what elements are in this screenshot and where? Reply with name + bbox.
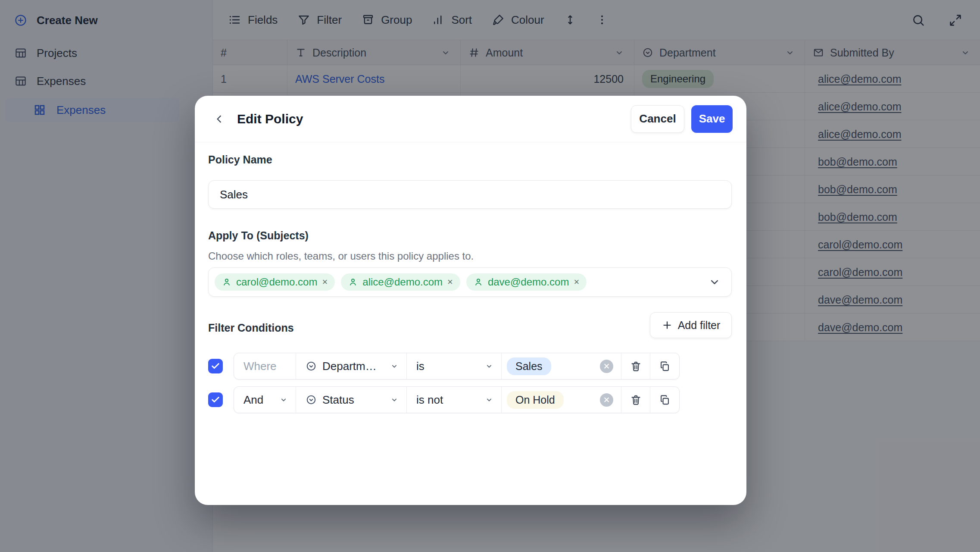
filter-row: Where Departm… is Sales ✕ xyxy=(208,353,708,380)
apply-to-hint: Choose which roles, teams, or users this… xyxy=(208,250,474,262)
policy-name-label: Policy Name xyxy=(208,154,272,166)
copy-icon xyxy=(659,361,671,372)
back-icon[interactable] xyxy=(214,113,225,125)
person-icon xyxy=(348,277,358,287)
delete-filter-button[interactable] xyxy=(621,387,650,413)
conjunction-text: And xyxy=(243,393,263,407)
circle-chevron-icon xyxy=(306,394,317,405)
subject-chip: alice@demo.com × xyxy=(341,273,460,291)
add-filter-button[interactable]: Add filter xyxy=(650,312,732,338)
filter-condition-group: And Status is not On Hold ✕ xyxy=(234,386,680,413)
filter-row: And Status is not On Hold ✕ xyxy=(208,386,708,413)
subject-label: carol@demo.com xyxy=(236,276,317,288)
operator-value: is xyxy=(416,360,424,373)
apply-to-label: Apply To (Subjects) xyxy=(208,229,309,242)
field-value: Status xyxy=(322,393,354,407)
remove-subject-icon[interactable]: × xyxy=(322,276,328,288)
filter-checkbox[interactable] xyxy=(208,392,223,407)
trash-icon xyxy=(630,394,642,406)
person-icon xyxy=(474,277,483,287)
subject-chip: dave@demo.com × xyxy=(466,273,587,291)
modal-header: Edit Policy Cancel Save xyxy=(195,96,746,142)
filter-checkbox[interactable] xyxy=(208,359,223,373)
modal-title: Edit Policy xyxy=(237,112,303,126)
chevron-down-icon xyxy=(485,395,493,404)
subject-label: dave@demo.com xyxy=(488,276,569,288)
delete-filter-button[interactable] xyxy=(621,353,650,379)
value-pill: On Hold xyxy=(507,391,564,409)
subject-label: alice@demo.com xyxy=(362,276,443,288)
field-select[interactable]: Status xyxy=(296,387,407,413)
clear-value-icon[interactable]: ✕ xyxy=(600,393,613,407)
value-pill: Sales xyxy=(507,358,551,375)
clear-value-icon[interactable]: ✕ xyxy=(600,360,613,373)
save-button[interactable]: Save xyxy=(691,105,733,133)
duplicate-filter-button[interactable] xyxy=(650,353,679,379)
value-select[interactable]: On Hold ✕ xyxy=(502,387,621,413)
policy-name-value: Sales xyxy=(220,188,248,201)
subjects-multiselect[interactable]: carol@demo.com × alice@demo.com × dave@d… xyxy=(208,267,732,297)
person-icon xyxy=(222,277,231,287)
plus-icon xyxy=(662,320,673,331)
copy-icon xyxy=(659,394,671,406)
value-select[interactable]: Sales ✕ xyxy=(502,353,621,379)
duplicate-filter-button[interactable] xyxy=(650,387,679,413)
operator-select[interactable]: is xyxy=(407,353,502,379)
add-filter-label: Add filter xyxy=(678,319,721,332)
field-value: Departm… xyxy=(322,360,377,373)
chevron-down-icon xyxy=(390,362,399,370)
policy-name-input[interactable]: Sales xyxy=(208,180,732,209)
chevron-down-icon xyxy=(390,395,399,404)
trash-icon xyxy=(630,361,642,372)
cancel-button[interactable]: Cancel xyxy=(631,105,684,133)
conjunction-label: Where xyxy=(234,353,296,379)
remove-subject-icon[interactable]: × xyxy=(574,276,579,288)
filter-conditions-label: Filter Conditions xyxy=(208,322,294,334)
field-select[interactable]: Departm… xyxy=(296,353,407,379)
conjunction-select[interactable]: And xyxy=(234,387,296,413)
circle-chevron-icon xyxy=(306,361,317,372)
modal-actions: Cancel Save xyxy=(631,105,733,133)
app-root: Create New Projects Expenses Expenses xyxy=(0,0,980,552)
operator-value: is not xyxy=(416,393,443,407)
operator-select[interactable]: is not xyxy=(407,387,502,413)
chevron-down-icon[interactable] xyxy=(708,276,721,289)
remove-subject-icon[interactable]: × xyxy=(447,276,453,288)
edit-policy-modal: Edit Policy Cancel Save Policy Name Sale… xyxy=(195,96,746,505)
subject-chip: carol@demo.com × xyxy=(215,273,335,291)
filter-condition-group: Where Departm… is Sales ✕ xyxy=(234,353,680,380)
chevron-down-icon xyxy=(279,395,288,404)
conjunction-text: Where xyxy=(243,360,277,373)
chevron-down-icon xyxy=(485,362,493,370)
